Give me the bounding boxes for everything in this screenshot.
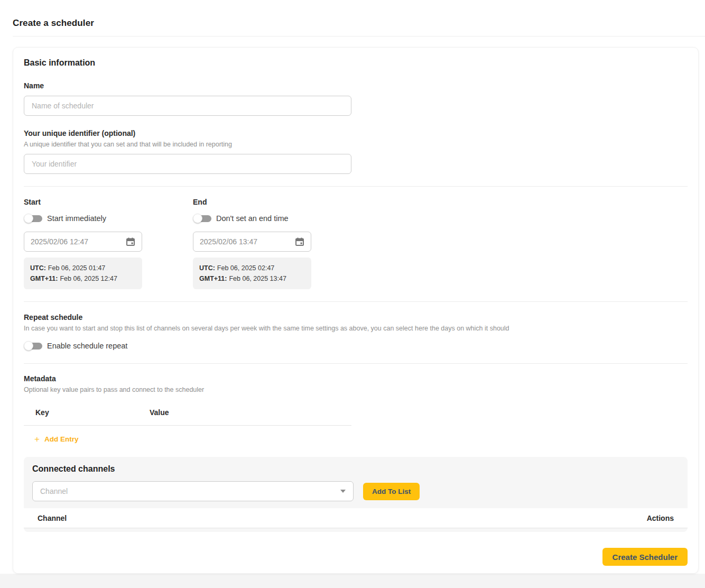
utc-value: Feb 06, 2025 02:47 [217,264,274,272]
connected-channels-card: Connected channels Add To List Channel A… [24,457,688,532]
enable-repeat-row: Enable schedule repeat [24,341,688,351]
start-timezone-info: UTC:Feb 06, 2025 01:47 GMT+11:Feb 06, 20… [24,258,142,289]
start-label: Start [24,198,193,206]
start-column: Start Start immediately [24,198,193,289]
start-immediately-toggle[interactable] [24,213,43,224]
metadata-help: Optional key value pairs to pass and con… [24,386,688,393]
channel-column-header: Channel [38,514,67,522]
utc-value: Feb 06, 2025 01:47 [48,264,105,272]
channels-table-header: Channel Actions [24,508,688,528]
identifier-input[interactable] [24,154,351,174]
end-datetime-input[interactable] [200,237,295,246]
calendar-icon[interactable] [126,237,135,246]
utc-label: UTC: [199,264,215,272]
end-label: End [193,198,311,206]
toggle-thumb [193,214,202,223]
metadata-table-divider [24,425,351,426]
start-gmt-line: GMT+11:Feb 06, 2025 12:47 [30,273,136,284]
connected-channels-title: Connected channels [32,464,679,474]
calendar-icon[interactable] [295,237,304,246]
no-end-time-label: Don't set an end time [216,214,289,223]
create-scheduler-button[interactable]: Create Scheduler [602,548,688,566]
start-immediately-row: Start immediately [24,213,193,224]
basic-information-title: Basic information [24,58,688,68]
schedule-columns: Start Start immediately [24,198,688,289]
page-title: Create a scheduler [13,18,692,29]
repeat-schedule-help: In case you want to start and stop this … [24,325,688,332]
metadata-value-column-header: Value [150,408,169,417]
name-input[interactable] [24,96,351,116]
metadata-key-column-header: Key [24,408,150,417]
page-background-strip [0,574,705,588]
end-gmt-line: GMT+11:Feb 06, 2025 13:47 [199,273,305,284]
enable-repeat-toggle[interactable] [24,341,43,351]
add-to-list-button[interactable]: Add To List [363,483,420,500]
gmt-value: Feb 06, 2025 13:47 [229,275,286,282]
repeat-schedule-title: Repeat schedule [24,313,688,321]
end-timezone-info: UTC:Feb 06, 2025 02:47 GMT+11:Feb 06, 20… [193,258,311,289]
no-end-time-row: Don't set an end time [193,213,311,224]
gmt-label: GMT+11: [199,275,227,282]
toggle-thumb [24,341,33,351]
dropdown-arrow-icon[interactable] [340,490,346,493]
gmt-value: Feb 06, 2025 12:47 [60,275,117,282]
name-label: Name [24,81,688,90]
end-utc-line: UTC:Feb 06, 2025 02:47 [199,263,305,273]
start-immediately-label: Start immediately [47,214,106,223]
toggle-thumb [24,214,33,223]
identifier-help-text: A unique identifier that you can set and… [24,141,688,148]
gmt-label: GMT+11: [30,275,58,282]
actions-column-header: Actions [647,514,674,522]
add-entry-label: Add Entry [44,435,79,443]
divider [24,301,688,302]
start-utc-line: UTC:Feb 06, 2025 01:47 [30,263,136,273]
utc-label: UTC: [30,264,46,272]
add-entry-button[interactable]: + Add Entry [34,435,78,444]
plus-icon: + [34,435,40,444]
channel-controls: Add To List [32,481,679,501]
card-footer: Create Scheduler [24,548,688,566]
page-header: Create a scheduler [0,0,705,29]
channel-select-input[interactable] [40,487,340,495]
metadata-title: Metadata [24,374,688,383]
end-datetime-field[interactable] [193,232,311,252]
start-datetime-input[interactable] [31,237,126,246]
no-end-time-toggle[interactable] [193,213,212,224]
enable-repeat-label: Enable schedule repeat [47,342,127,350]
identifier-label: Your unique identifier (optional) [24,129,688,137]
header-divider [13,36,705,36]
metadata-table-header: Key Value [24,408,351,417]
divider [24,363,688,364]
start-datetime-field[interactable] [24,232,142,252]
end-column: End Don't set an end time [193,198,311,289]
scheduler-form-card: Basic information Name Your unique ident… [13,47,699,574]
channel-select[interactable] [32,481,354,501]
divider [24,186,688,187]
